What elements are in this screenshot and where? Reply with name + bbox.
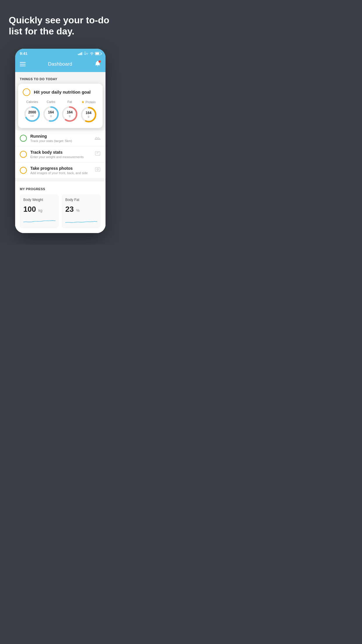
- running-title: Running: [30, 134, 91, 139]
- body-weight-chart: [23, 216, 55, 225]
- carbs-value: 164: [48, 111, 54, 114]
- body-stats-check-circle: [20, 151, 27, 158]
- body-stats-subtitle: Enter your weight and measurements: [30, 155, 91, 159]
- protein-value: 164: [86, 111, 92, 115]
- photos-title: Take progress photos: [30, 166, 91, 171]
- nutrition-card: Hit your daily nutrition goal Calories: [18, 84, 103, 128]
- body-weight-value-row: 100 kg: [23, 205, 55, 214]
- card-title-row: Hit your daily nutrition goal: [23, 88, 98, 96]
- todo-item-running[interactable]: Running Track your stats (target: 5km): [15, 130, 106, 146]
- calories-item: Calories 2000 cal: [23, 100, 41, 123]
- nutrition-circles: Calories 2000 cal: [23, 100, 98, 123]
- app-header: Dashboard: [15, 57, 106, 72]
- fat-item: Fat 164 g: [61, 100, 78, 123]
- svg-rect-11: [95, 168, 100, 172]
- wifi-icon: ǖ▿: [84, 52, 88, 56]
- photos-text: Take progress photos Add images of your …: [30, 166, 91, 175]
- carbs-item: Carbs 164 g: [42, 100, 60, 123]
- calories-value: 2000: [28, 111, 36, 114]
- app-content: THINGS TO DO TODAY Hit your daily nutrit…: [15, 72, 106, 233]
- running-text: Running Track your stats (target: 5km): [30, 134, 91, 143]
- body-fat-chart: [65, 216, 97, 225]
- protein-circle: 164 g: [80, 106, 97, 123]
- progress-section: MY PROGRESS Body Weight 100 kg: [15, 181, 106, 233]
- todo-item-body-stats[interactable]: Track body stats Enter your weight and m…: [15, 146, 106, 162]
- carbs-unit: g: [48, 114, 54, 117]
- wifi-icon: [90, 52, 94, 55]
- svg-point-12: [97, 169, 99, 171]
- running-check-circle: [20, 135, 27, 142]
- hero-text: Quickly see your to-do list for the day.: [9, 15, 112, 37]
- fat-label: Fat: [67, 100, 72, 104]
- status-bar: 9:41 ǖ▿: [15, 49, 106, 57]
- things-to-do-section: THINGS TO DO TODAY: [15, 72, 106, 84]
- scale-icon: [94, 150, 101, 158]
- notification-button[interactable]: [94, 60, 101, 68]
- fat-value: 164: [67, 111, 73, 114]
- header-title: Dashboard: [48, 61, 72, 67]
- shoe-icon: [94, 134, 101, 142]
- hamburger-menu-icon[interactable]: [20, 62, 26, 66]
- carbs-circle: 164 g: [42, 105, 60, 123]
- calories-circle: 2000 cal: [23, 105, 41, 123]
- fat-circle: 164 g: [61, 105, 78, 123]
- running-subtitle: Track your stats (target: 5km): [30, 139, 91, 143]
- body-fat-card[interactable]: Body Fat 23 %: [62, 194, 101, 228]
- carbs-label: Carbs: [47, 100, 55, 104]
- protein-unit: g: [86, 115, 92, 118]
- calories-unit: cal: [28, 114, 36, 117]
- fat-unit: g: [67, 114, 73, 117]
- phone-mockup: 9:41 ǖ▿: [15, 49, 106, 233]
- progress-section-label: MY PROGRESS: [20, 187, 101, 191]
- body-fat-unit: %: [76, 208, 80, 213]
- nutrition-check-circle: [23, 88, 30, 96]
- nutrition-card-title: Hit your daily nutrition goal: [34, 90, 91, 94]
- protein-item: ★ Protein 164 g: [80, 100, 97, 123]
- photos-check-circle: [20, 167, 27, 174]
- body-stats-title: Track body stats: [30, 150, 91, 155]
- photo-icon: [94, 166, 101, 174]
- battery-icon: [95, 52, 101, 55]
- status-time: 9:41: [20, 51, 27, 56]
- todo-item-progress-photos[interactable]: Take progress photos Add images of your …: [15, 162, 106, 178]
- body-stats-text: Track body stats Enter your weight and m…: [30, 150, 91, 159]
- progress-cards: Body Weight 100 kg: [20, 194, 101, 228]
- body-fat-title: Body Fat: [65, 198, 97, 202]
- photos-subtitle: Add images of your front, back, and side: [30, 171, 91, 175]
- star-icon: ★: [81, 100, 85, 104]
- body-fat-value: 23: [65, 205, 74, 214]
- protein-label: ★ Protein: [81, 100, 96, 104]
- things-to-do-label: THINGS TO DO TODAY: [20, 77, 57, 81]
- body-weight-card[interactable]: Body Weight 100 kg: [20, 194, 59, 228]
- bottom-spacer: [9, 233, 112, 245]
- notification-dot: [99, 60, 101, 63]
- body-fat-value-row: 23 %: [65, 205, 97, 214]
- status-icons: ǖ▿: [78, 52, 101, 56]
- signal-icon: [78, 52, 82, 55]
- body-weight-unit: kg: [38, 208, 43, 213]
- body-weight-value: 100: [23, 205, 36, 214]
- todo-list: Running Track your stats (target: 5km): [15, 130, 106, 178]
- calories-label: Calories: [26, 100, 38, 104]
- body-weight-title: Body Weight: [23, 198, 55, 202]
- background-page: Quickly see your to-do list for the day.…: [0, 0, 121, 245]
